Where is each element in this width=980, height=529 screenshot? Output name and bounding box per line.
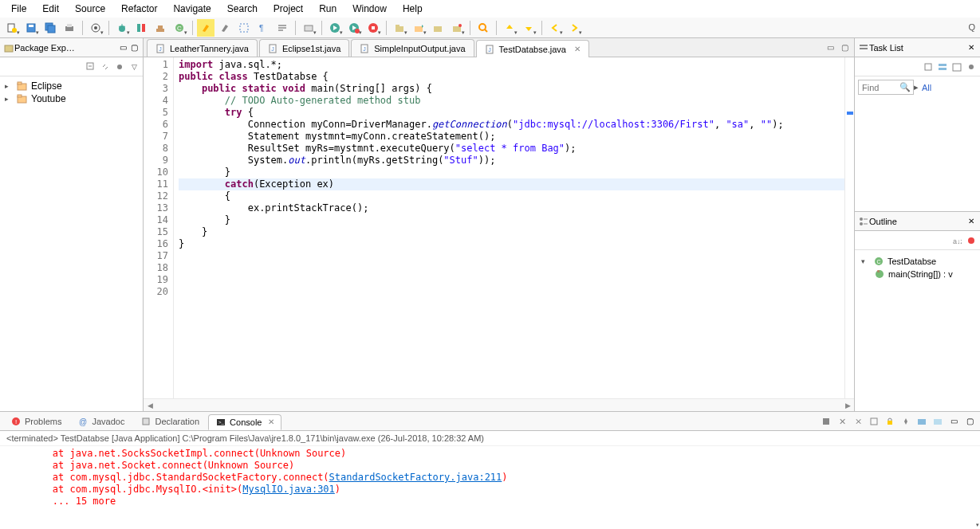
focus-icon[interactable] [966,61,977,72]
link-editor-icon[interactable] [100,61,111,72]
external-tools-button[interactable] [364,19,382,37]
editor-maximize-icon[interactable]: ▢ [838,41,851,53]
toggle-mark-button[interactable] [216,19,234,37]
highlight-button[interactable] [197,19,214,37]
editor-minimize-icon[interactable]: ▭ [824,41,836,53]
new-button[interactable] [3,19,21,37]
pin-console-icon[interactable] [899,414,913,429]
svg-rect-59 [939,68,947,70]
outline-class[interactable]: ▾ C TestDatabse [860,255,975,268]
sort-icon[interactable]: a↓z [951,235,962,246]
run-last-button[interactable] [345,19,363,37]
forward-button[interactable] [565,19,583,37]
launch-mode-button[interactable] [300,19,317,37]
menu-run[interactable]: Run [311,1,344,17]
search-button[interactable] [474,19,492,37]
svg-rect-58 [939,64,947,66]
open-task-button[interactable] [448,19,466,37]
tab-eclipse1st[interactable]: JEclipse1st.java [259,39,349,57]
tree-item-youtube[interactable]: ▸ Youtube [3,92,140,105]
terminate-icon[interactable] [819,414,833,429]
tab-testdatabse[interactable]: JTestDatabse.java✕ [476,40,589,57]
console-description: <terminated> TestDatabse [Java Applicati… [0,431,980,446]
svg-rect-83 [918,419,926,425]
svg-point-28 [355,29,360,33]
minimize-bottom-icon[interactable]: ▭ [947,414,961,429]
svg-text:s: s [877,269,880,273]
next-annotation-button[interactable] [520,19,537,37]
quick-access[interactable]: Q [968,22,975,32]
menu-refactor[interactable]: Refactor [113,1,165,17]
close-tab-icon[interactable]: ✕ [574,45,581,53]
new-project-button[interactable] [410,19,427,37]
task-filter-all[interactable]: All [922,83,931,92]
open-console-icon[interactable] [931,414,945,429]
debug-button[interactable] [113,19,131,37]
save-all-button[interactable] [41,19,59,37]
coverage-button[interactable] [132,19,150,37]
overview-ruler[interactable] [844,57,854,398]
focus-task-icon[interactable] [114,61,125,72]
save-button[interactable] [22,19,40,37]
collapse-all-icon[interactable] [85,61,96,72]
hide-fields-icon[interactable] [966,235,977,246]
run-button[interactable] [326,19,344,37]
menu-project[interactable]: Project [266,1,311,17]
clear-console-icon[interactable] [867,414,881,429]
schedule-icon[interactable] [951,61,962,72]
code-editor[interactable]: 1234567891011121314151617181920 import j… [144,57,854,398]
project-tree[interactable]: ▸ Eclipse ▸ Youtube [0,76,143,108]
menu-edit[interactable]: Edit [34,1,67,17]
java-file-icon: J [268,43,279,54]
new-task-icon[interactable] [923,61,934,72]
close-icon[interactable]: ✕ [966,42,977,53]
remove-launch-icon[interactable]: ✕ [835,414,849,429]
menu-window[interactable]: Window [344,1,395,17]
maximize-bottom-icon[interactable]: ▢ [962,414,977,429]
svg-text:J: J [488,47,491,53]
scroll-lock-icon[interactable] [883,414,897,429]
editor-horizontal-scrollbar[interactable]: ◀▶ [144,398,854,411]
block-selection-button[interactable] [235,19,253,37]
remove-all-icon[interactable]: ⨯ [851,414,865,429]
menu-source[interactable]: Source [67,1,113,17]
menu-search[interactable]: Search [219,1,266,17]
close-console-icon[interactable]: ✕ [268,417,274,426]
menu-bar: File Edit Source Refactor Navigate Searc… [0,0,980,18]
word-wrap-button[interactable] [274,19,291,37]
tab-declaration[interactable]: Declaration [133,413,207,429]
show-whitespace-button[interactable]: ¶ [254,19,272,37]
tab-console[interactable]: >_Console✕ [208,414,281,430]
console-output[interactable]: at java.net.SocksSocketImpl.connect(Unkn… [0,446,980,529]
tab-problems[interactable]: !Problems [3,413,69,429]
outline-tree[interactable]: ▾ C TestDatabse s main(String[]) : v [855,250,980,285]
close-icon[interactable]: ✕ [966,216,977,227]
tab-simpleio[interactable]: JSimpleInputOutput.java [351,39,474,57]
skip-breakpoints-button[interactable] [87,19,104,37]
tree-item-eclipse[interactable]: ▸ Eclipse [3,80,140,92]
open-type-button[interactable] [429,19,447,37]
maximize-icon[interactable]: ▢ [128,42,140,53]
tab-javadoc[interactable]: @Javadoc [70,413,132,429]
new-java-class-button[interactable]: C [171,19,188,37]
tab-leathertannery[interactable]: JLeatherTannery.java [147,39,258,57]
new-package-button[interactable] [391,19,408,37]
minimize-icon[interactable]: ▭ [117,42,128,53]
code-area[interactable]: import java.sql.*;public class TestDatab… [174,57,844,398]
menu-file[interactable]: File [3,1,34,17]
svg-text:✕: ✕ [839,417,846,426]
print-button[interactable] [61,19,78,37]
prev-annotation-button[interactable] [501,19,518,37]
back-button[interactable] [546,19,564,37]
svg-rect-5 [48,25,55,33]
search-icon: 🔍 [899,82,911,92]
view-menu-icon[interactable]: ▽ [128,61,140,72]
categorize-icon[interactable] [937,61,948,72]
svg-text:J: J [364,46,367,52]
menu-navigate[interactable]: Navigate [165,1,218,17]
line-gutter[interactable]: 1234567891011121314151617181920 [144,57,174,398]
outline-method[interactable]: s main(String[]) : v [860,268,975,280]
menu-help[interactable]: Help [395,1,431,17]
build-button[interactable] [152,19,169,37]
display-console-icon[interactable] [915,414,929,429]
